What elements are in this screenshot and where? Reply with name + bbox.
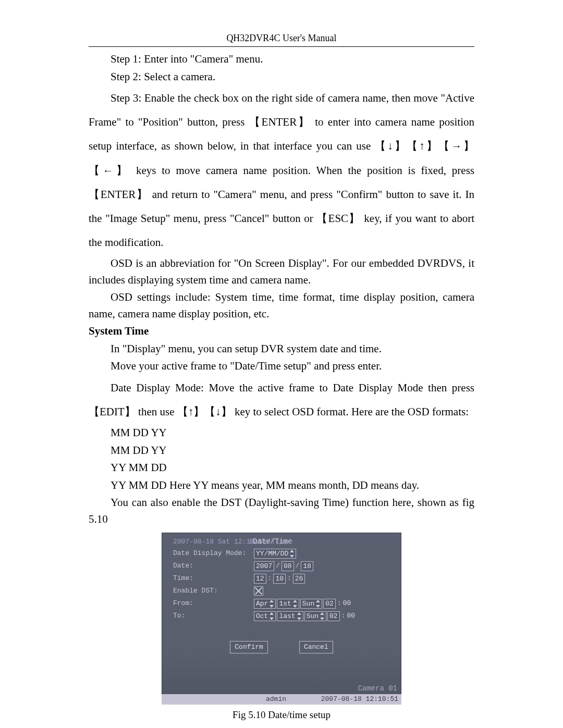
field-to-min: 00 xyxy=(347,611,355,621)
row-date: Date: 2007 / 08 / 18 xyxy=(173,560,401,572)
format-2: MM DD YY xyxy=(89,442,474,459)
field-from-week[interactable]: 1st xyxy=(277,599,299,609)
step-1: Step 1: Enter into "Camera" menu. xyxy=(89,51,474,68)
time-sep-2: : xyxy=(287,573,291,584)
field-from-day[interactable]: Sun xyxy=(300,599,322,609)
field-date-day[interactable]: 18 xyxy=(301,561,313,571)
row-to: To: Oct last Sun 02 : 00 xyxy=(173,610,401,622)
dvr-date-time-screen: 2007-08-18 Sat 12:10:51 Date/Time Date/T… xyxy=(162,533,401,705)
to-month-value: Oct xyxy=(256,612,268,621)
from-sep: : xyxy=(337,598,341,609)
field-time-sec[interactable]: 26 xyxy=(293,574,305,584)
date-sep-1: / xyxy=(276,561,280,571)
field-from-min: 00 xyxy=(343,598,351,609)
system-time-line-1: In "Display" menu, you can setup DVR sys… xyxy=(89,341,474,357)
dvr-button-row: Confirm Cancel xyxy=(162,641,401,653)
format-4: YY MM DD Here YY means year, MM means mo… xyxy=(89,477,474,494)
row-date-display-mode: Date Display Mode: YY/MM/DD xyxy=(173,547,401,560)
step-3: Step 3: Enable the check box on the righ… xyxy=(89,86,474,254)
spinner-icon[interactable] xyxy=(292,599,297,608)
to-week-value: last xyxy=(279,612,295,621)
field-from-month[interactable]: Apr xyxy=(254,599,276,609)
label-date: Date: xyxy=(173,561,254,571)
time-sep-1: : xyxy=(268,573,272,584)
status-timestamp: 2007-08-18 12:10:51 xyxy=(321,694,398,705)
cancel-button[interactable]: Cancel xyxy=(299,641,333,653)
from-week-value: 1st xyxy=(279,599,291,608)
spinner-icon[interactable] xyxy=(320,612,324,621)
dvr-statusbar: admin 2007-08-18 12:10:51 xyxy=(162,694,401,705)
field-to-month[interactable]: Oct xyxy=(254,611,276,621)
field-mode-value: YY/MM/DD xyxy=(256,549,288,558)
row-enable-dst: Enable DST: xyxy=(173,585,401,597)
page-header: QH32DVR4C User's Manual xyxy=(89,31,474,45)
status-user: admin xyxy=(266,694,286,705)
dvr-title: Date/Time xyxy=(253,536,292,547)
confirm-button[interactable]: Confirm xyxy=(230,641,268,653)
header-rule xyxy=(89,46,474,47)
dvr-titlebar: 2007-08-18 Sat 12:10:51 Date/Time Date/T… xyxy=(173,533,401,547)
spinner-icon[interactable] xyxy=(269,599,274,608)
field-mode[interactable]: YY/MM/DD xyxy=(254,549,296,559)
system-time-heading: System Time xyxy=(89,323,474,340)
field-to-day[interactable]: Sun xyxy=(304,611,326,621)
dst-para: You can also enable the DST (Daylight-sa… xyxy=(89,495,474,527)
field-to-week[interactable]: last xyxy=(277,611,303,621)
spinner-icon[interactable] xyxy=(289,549,294,558)
label-time: Time: xyxy=(173,573,254,584)
row-from: From: Apr 1st Sun 02 : 00 xyxy=(173,597,401,610)
checkbox-dst[interactable] xyxy=(254,586,263,596)
field-time-min[interactable]: 10 xyxy=(273,574,286,584)
label-dst: Enable DST: xyxy=(173,586,254,596)
spinner-icon[interactable] xyxy=(269,612,274,621)
to-sep: : xyxy=(341,611,346,621)
label-from: From: xyxy=(173,598,254,609)
field-time-hour[interactable]: 12 xyxy=(254,574,266,584)
spinner-icon[interactable] xyxy=(315,599,320,608)
osd-para-2: OSD settings include: System time, time … xyxy=(89,289,474,322)
field-date-month[interactable]: 08 xyxy=(282,561,294,571)
figure-caption: Fig 5.10 Date/time setup xyxy=(89,708,474,723)
spinner-icon[interactable] xyxy=(297,612,301,621)
date-sep-2: / xyxy=(296,561,300,571)
manual-page: QH32DVR4C User's Manual Step 1: Enter in… xyxy=(0,0,563,728)
system-time-line-2: Move your active frame to "Date/Time set… xyxy=(89,358,474,375)
osd-para-1: OSD is an abbreviation for "On Screen Di… xyxy=(89,255,474,288)
row-time: Time: 12 : 10 : 26 xyxy=(173,572,401,585)
camera-name-label: Camera 01 xyxy=(358,683,397,694)
step-2: Step 2: Select a camera. xyxy=(89,69,474,85)
format-1: MM DD YY xyxy=(89,425,474,441)
from-day-value: Sun xyxy=(302,599,314,608)
from-month-value: Apr xyxy=(256,599,268,608)
field-from-hour[interactable]: 02 xyxy=(323,599,336,609)
system-time-line-3: Date Display Mode: Move the active frame… xyxy=(89,376,474,424)
format-3: YY MM DD xyxy=(89,460,474,476)
label-mode: Date Display Mode: xyxy=(173,548,254,559)
field-date-year[interactable]: 2007 xyxy=(254,561,274,571)
label-to: To: xyxy=(173,611,254,621)
to-day-value: Sun xyxy=(307,612,319,621)
field-to-hour[interactable]: 02 xyxy=(327,611,340,621)
